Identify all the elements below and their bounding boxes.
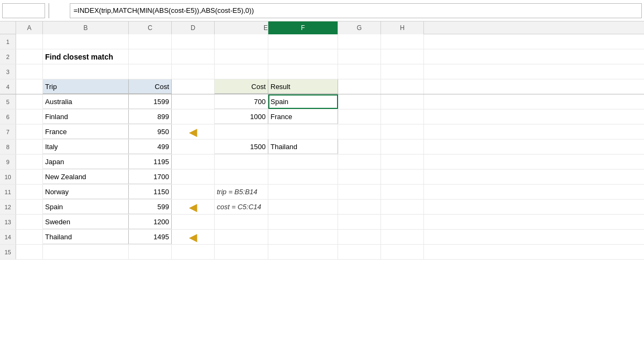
cell-d13[interactable] [172,215,215,229]
cell-d8[interactable] [172,139,215,154]
cell-a11[interactable] [16,185,43,199]
cell-e5[interactable]: 700 [215,94,268,109]
cell-b1[interactable] [43,34,129,49]
cell-e10[interactable] [215,170,268,184]
cell-c6[interactable]: 899 [129,109,172,124]
cell-a6[interactable] [16,109,43,124]
cell-g9[interactable] [338,155,381,169]
cell-a8[interactable] [16,139,43,154]
cell-g1[interactable] [338,34,381,49]
cell-e8[interactable]: 1500 [215,139,268,154]
cell-a7[interactable] [16,124,43,139]
cell-h4[interactable] [381,79,424,94]
cell-g15[interactable] [338,245,381,259]
cell-c15[interactable] [129,245,172,259]
cell-h7[interactable] [381,124,424,139]
cell-e15[interactable] [215,245,268,259]
cell-f5[interactable]: Spain [268,94,338,109]
cell-e14[interactable] [215,230,268,244]
cell-d5[interactable] [172,94,215,109]
cell-g8[interactable] [338,139,381,154]
cell-a9[interactable] [16,155,43,169]
cell-e2[interactable] [215,49,268,64]
cell-g6[interactable] [338,109,381,124]
cell-b4-header[interactable]: Trip [43,79,129,94]
cell-a10[interactable] [16,170,43,184]
cell-f3[interactable] [268,64,338,79]
cell-b15[interactable] [43,245,129,259]
col-header-b[interactable]: B [43,21,129,34]
cell-d1[interactable] [172,34,215,49]
cell-f14[interactable] [268,230,338,244]
cell-g7[interactable] [338,124,381,139]
cell-e11[interactable]: trip = B5:B14 [215,185,268,199]
cell-h9[interactable] [381,155,424,169]
cell-h8[interactable] [381,139,424,154]
cell-g10[interactable] [338,170,381,184]
cell-e6[interactable]: 1000 [215,109,268,124]
cell-reference-box[interactable] [2,3,45,18]
cell-c2[interactable] [129,49,172,64]
formula-input[interactable] [70,3,642,18]
cell-a2[interactable] [16,49,43,64]
cell-e9[interactable] [215,155,268,169]
cell-h10[interactable] [381,170,424,184]
cell-b14[interactable]: Thailand [43,230,129,244]
cell-h13[interactable] [381,215,424,229]
cell-b2[interactable]: Find closest match [43,49,129,64]
cell-f13[interactable] [268,215,338,229]
cell-f7[interactable] [268,124,338,139]
cell-c11[interactable]: 1150 [129,185,172,199]
cell-b13[interactable]: Sweden [43,215,129,229]
cell-b11[interactable]: Norway [43,185,129,199]
cell-c9[interactable]: 1195 [129,155,172,169]
cell-d3[interactable] [172,64,215,79]
cell-g14[interactable] [338,230,381,244]
cell-e4-header[interactable]: Cost [215,79,268,94]
cell-f6[interactable]: France [268,109,338,124]
cell-h14[interactable] [381,230,424,244]
cell-a13[interactable] [16,215,43,229]
cell-h6[interactable] [381,109,424,124]
cell-a4[interactable] [16,79,43,94]
cell-h5[interactable] [381,94,424,109]
cell-d6[interactable] [172,109,215,124]
cell-a15[interactable] [16,245,43,259]
cell-g4[interactable] [338,79,381,94]
col-header-f[interactable]: F [268,21,338,34]
cell-c10[interactable]: 1700 [129,170,172,184]
cell-d2[interactable] [172,49,215,64]
cell-b9[interactable]: Japan [43,155,129,169]
cell-g13[interactable] [338,215,381,229]
col-header-e[interactable]: E [215,21,268,34]
cell-e13[interactable] [215,215,268,229]
cell-f1[interactable] [268,34,338,49]
col-header-c[interactable]: C [129,21,172,34]
cell-c14[interactable]: 1495 [129,230,172,244]
cell-e12[interactable]: cost = C5:C14 [215,200,268,214]
cell-b5[interactable]: Australia [43,94,129,109]
cell-a14[interactable] [16,230,43,244]
cell-f12[interactable] [268,200,338,214]
cell-b12[interactable]: Spain [43,200,129,214]
cell-h11[interactable] [381,185,424,199]
cell-c13[interactable]: 1200 [129,215,172,229]
cell-f15[interactable] [268,245,338,259]
cell-b10[interactable]: New Zealand [43,170,129,184]
col-header-h[interactable]: H [381,21,424,34]
cell-h3[interactable] [381,64,424,79]
cell-d15[interactable] [172,245,215,259]
col-header-a[interactable]: A [16,21,43,34]
cell-a5[interactable] [16,94,43,109]
cell-g5[interactable] [338,94,381,109]
cell-d4[interactable] [172,79,215,94]
cell-c8[interactable]: 499 [129,139,172,154]
cell-f11[interactable] [268,185,338,199]
cell-f4-header[interactable]: Result [268,79,338,94]
cell-b3[interactable] [43,64,129,79]
cell-a1[interactable] [16,34,43,49]
cell-f2[interactable] [268,49,338,64]
col-header-d[interactable]: D [172,21,215,34]
cell-h1[interactable] [381,34,424,49]
cell-e3[interactable] [215,64,268,79]
